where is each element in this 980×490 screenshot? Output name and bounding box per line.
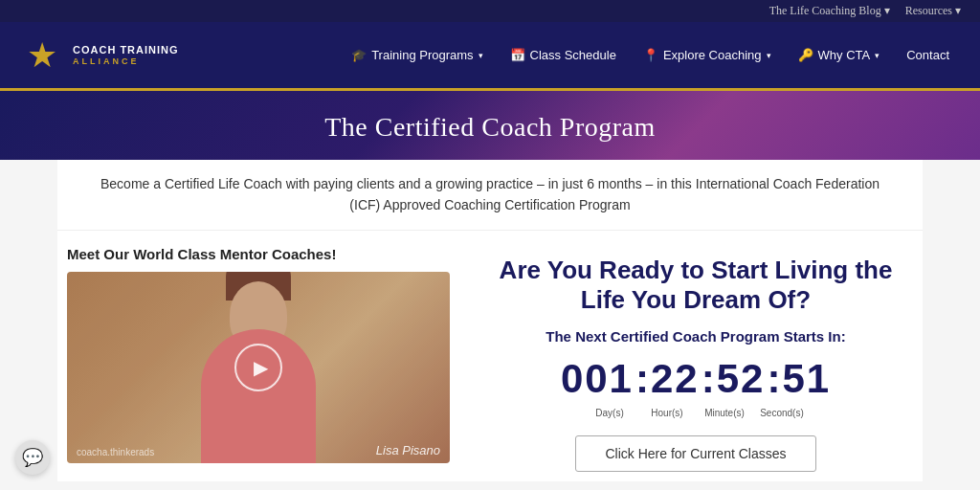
current-classes-button[interactable]: Click Here for Current Classes	[575, 435, 815, 472]
countdown-days: 001	[561, 356, 634, 402]
explore-chevron: ▾	[767, 51, 771, 60]
logo-star-icon: ★	[27, 38, 57, 73]
video-section-title: Meet Our World Class Mentor Coaches!	[67, 246, 450, 262]
blog-link[interactable]: The Life Coaching Blog ▾	[769, 4, 890, 18]
graduation-icon: 🎓	[351, 48, 367, 62]
nav-training-programs[interactable]: 🎓 Training Programs ▾	[340, 40, 494, 70]
resources-link[interactable]: Resources ▾	[905, 4, 961, 18]
nav-contact[interactable]: Contact	[895, 40, 961, 70]
countdown-sep2: :	[702, 356, 715, 402]
days-label: Day(s)	[581, 408, 638, 418]
countdown-timer: 001 : 22 : 52 : 51	[488, 356, 903, 402]
cta-heading: Are You Ready to Start Living theLife Yo…	[488, 256, 903, 315]
countdown-labels: Day(s) Hour(s) Minute(s) Second(s)	[488, 408, 903, 418]
countdown-minutes: 52	[717, 356, 766, 402]
video-person-name: Lisa Pisano	[376, 443, 440, 457]
cta-subheading: The Next Certified Coach Program Starts …	[488, 328, 903, 345]
subtitle-box: Become a Certified Life Coach with payin…	[57, 160, 923, 231]
video-watermark: coacha.thinkerads	[77, 447, 154, 457]
resources-chevron: ▾	[955, 4, 961, 18]
video-play-button[interactable]: ▶	[234, 344, 282, 391]
countdown-sep3: :	[767, 356, 780, 402]
page-title: The Certified Coach Program	[19, 112, 961, 143]
main-nav: 🎓 Training Programs ▾ 📅 Class Schedule 📍…	[340, 40, 961, 70]
nav-why-cta[interactable]: 🔑 Why CTA ▾	[787, 40, 892, 70]
cta-section: Are You Ready to Start Living theLife Yo…	[469, 246, 923, 481]
countdown-sep1: :	[635, 356, 649, 402]
key-icon: 🔑	[798, 48, 813, 62]
chat-bubble[interactable]: 💬	[15, 440, 50, 475]
video-player[interactable]: ▶ coacha.thinkerads Lisa Pisano	[67, 272, 450, 463]
countdown-seconds: 51	[782, 356, 831, 402]
pin-icon: 📍	[643, 48, 658, 62]
header: ★ Coach Training ALLIANCE 🎓 Training Pro…	[0, 22, 980, 91]
top-bar: The Life Coaching Blog ▾ Resources ▾	[0, 0, 980, 22]
seconds-label: Second(s)	[753, 408, 811, 418]
minutes-label: Minute(s)	[696, 408, 753, 418]
logo-icon: ★	[19, 33, 65, 78]
play-icon: ▶	[254, 356, 268, 379]
video-section: Meet Our World Class Mentor Coaches! ▶ c…	[57, 246, 469, 481]
resources-label: Resources	[905, 4, 952, 18]
nav-explore-coaching[interactable]: 📍 Explore Coaching ▾	[632, 40, 783, 70]
blog-chevron: ▾	[884, 4, 890, 18]
training-chevron: ▾	[479, 51, 483, 60]
logo[interactable]: ★ Coach Training ALLIANCE	[19, 33, 179, 78]
countdown-hours: 22	[651, 356, 700, 402]
hero-section: The Certified Coach Program	[0, 91, 980, 160]
blog-label: The Life Coaching Blog	[769, 4, 881, 18]
hours-label: Hour(s)	[638, 408, 696, 418]
chat-icon: 💬	[22, 447, 43, 468]
logo-text: Coach Training ALLIANCE	[73, 43, 179, 68]
subtitle-text: Become a Certified Life Coach with payin…	[96, 173, 884, 216]
main-content: Meet Our World Class Mentor Coaches! ▶ c…	[57, 231, 923, 481]
calendar-icon: 📅	[510, 48, 525, 62]
nav-class-schedule[interactable]: 📅 Class Schedule	[499, 40, 628, 70]
why-cta-chevron: ▾	[875, 51, 880, 60]
